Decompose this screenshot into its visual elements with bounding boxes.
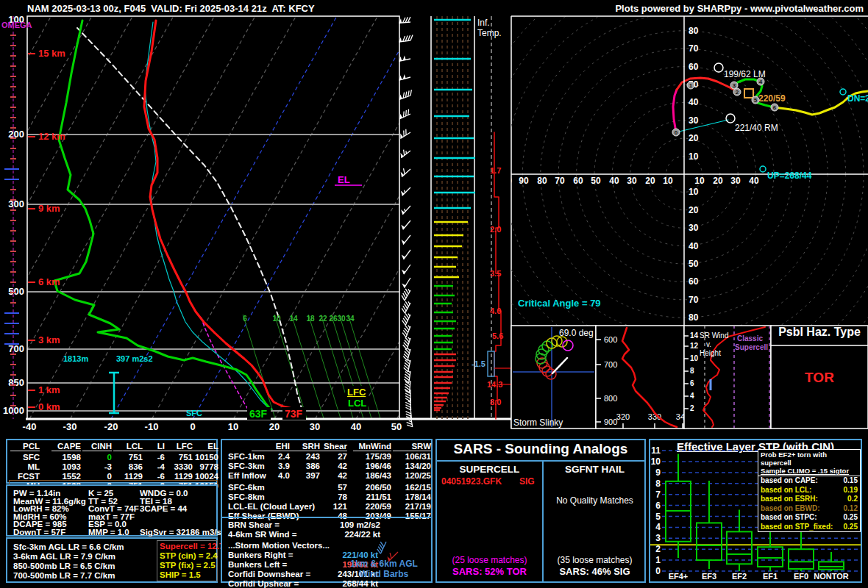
svg-text:Critical Angle = 79: Critical Angle = 79 bbox=[518, 298, 601, 309]
svg-text:Classic: Classic bbox=[737, 334, 763, 343]
svg-text:4.0: 4.0 bbox=[490, 306, 501, 315]
svg-text:5: 5 bbox=[754, 97, 758, 104]
svg-text:8.0: 8.0 bbox=[490, 398, 501, 406]
composite-index: STP (cin) = 2.4 bbox=[160, 551, 218, 560]
lapse-rate-panel: Sfc-3km AGL LR = 6.6 C/km3-6km AGL LR = … bbox=[6, 537, 218, 583]
kinematics-col-header: SRW bbox=[393, 442, 431, 451]
svg-text:4: 4 bbox=[655, 522, 661, 532]
storm-motion-label: Corfidi Downshear = bbox=[228, 570, 310, 578]
stp-legend-row: based on ESRH:0.2 bbox=[758, 495, 860, 504]
sars-supercell-loose: (25 loose matches) bbox=[437, 556, 542, 564]
svg-text:80: 80 bbox=[689, 312, 699, 323]
wind-barb-column bbox=[399, 17, 413, 427]
svg-text:11: 11 bbox=[651, 445, 661, 456]
svg-text:220/59: 220/59 bbox=[758, 93, 786, 104]
svg-text:Inf.: Inf. bbox=[477, 18, 490, 28]
svg-text:34: 34 bbox=[346, 315, 355, 323]
svg-text:0: 0 bbox=[655, 566, 661, 576]
kinematics-cell: 220/59 bbox=[353, 502, 391, 511]
svg-text:40: 40 bbox=[749, 176, 759, 186]
parcel-cell: 10150 bbox=[185, 453, 218, 462]
sars-hail-no-match: No Quality Matches bbox=[544, 496, 646, 505]
svg-text:73F: 73F bbox=[285, 408, 303, 420]
svg-text:9: 9 bbox=[655, 467, 661, 478]
sars-hail-header: SGFNT HAIL bbox=[544, 464, 646, 475]
svg-text:14: 14 bbox=[289, 315, 298, 323]
pressure-axis: 1002003005007008501000 bbox=[3, 14, 24, 416]
parcel-col-header: PCL bbox=[10, 442, 40, 451]
stp-panel: Effective Layer STP (with CIN) 012345678… bbox=[649, 439, 862, 583]
svg-text:0: 0 bbox=[190, 421, 195, 432]
svg-text:6: 6 bbox=[655, 501, 661, 511]
svg-text:EF1: EF1 bbox=[763, 572, 778, 581]
stp-legend-title: Prob EF2+ torn with supercell bbox=[761, 451, 858, 467]
svg-text:8: 8 bbox=[655, 478, 661, 489]
kinematics-cell: 42 bbox=[309, 462, 347, 470]
parcel-cell: -3 bbox=[78, 462, 112, 471]
parcel-col-header: EL bbox=[189, 442, 218, 451]
svg-text:10: 10 bbox=[272, 315, 281, 323]
svg-text:OMEGA: OMEGA bbox=[1, 21, 32, 29]
svg-text:6 km: 6 km bbox=[38, 276, 60, 287]
svg-text:10: 10 bbox=[663, 176, 673, 186]
svg-text:5: 5 bbox=[655, 512, 661, 522]
svg-text:100: 100 bbox=[497, 176, 512, 186]
stp-legend-subtitle: Sample CLIMO = .15 sigtor bbox=[761, 467, 858, 475]
svg-text:70: 70 bbox=[689, 295, 699, 305]
thermo-index: 3CAPE = 44 bbox=[140, 504, 187, 513]
svg-text:850: 850 bbox=[8, 377, 24, 388]
svg-text:22: 22 bbox=[319, 315, 327, 323]
svg-text:30: 30 bbox=[689, 115, 699, 126]
wind-speed-profile bbox=[431, 16, 475, 419]
svg-text:EF4+: EF4+ bbox=[669, 572, 689, 581]
svg-text:1 km: 1 km bbox=[38, 384, 60, 395]
svg-text:2.0: 2.0 bbox=[490, 225, 501, 234]
parcel-col-header: LFC bbox=[163, 442, 193, 451]
parcel-cell: 0 bbox=[78, 453, 112, 462]
svg-text:8: 8 bbox=[690, 367, 694, 375]
kinematics-cell: 178/14 bbox=[393, 492, 431, 501]
svg-text:20: 20 bbox=[689, 133, 699, 143]
parcel-cell: 1093 bbox=[47, 462, 81, 471]
sars-supercell-prob: SARS: 52% TOR bbox=[437, 567, 542, 576]
svg-text:4: 4 bbox=[759, 79, 763, 85]
kinematics-panel: EHISRHShearMnWindSRWSFC-1km2.424327175/3… bbox=[221, 439, 433, 583]
svg-text:EF0: EF0 bbox=[794, 572, 808, 581]
sr-wind-panel: SR Windv.HeightClassicSupercell141210864… bbox=[684, 326, 771, 429]
svg-text:Temp.: Temp. bbox=[477, 28, 502, 38]
svg-text:30: 30 bbox=[689, 223, 699, 233]
svg-text:60: 60 bbox=[689, 276, 699, 287]
shear-label: 4-6km SR Wind = bbox=[228, 530, 297, 539]
storm-motion-label: Corfidi Upshear = bbox=[228, 579, 299, 588]
svg-text:90: 90 bbox=[519, 176, 529, 186]
kinematics-cell: 211/51 bbox=[353, 492, 391, 501]
svg-text:20: 20 bbox=[689, 205, 699, 215]
svg-text:63F: 63F bbox=[249, 408, 268, 420]
svg-text:-10: -10 bbox=[145, 421, 159, 432]
svg-text:80: 80 bbox=[689, 26, 699, 36]
svg-text:v.: v. bbox=[706, 340, 711, 348]
composite-index: STP (fix) = 2.5 bbox=[160, 561, 216, 570]
svg-text:-20: -20 bbox=[104, 421, 118, 432]
svg-text:15 km: 15 km bbox=[38, 48, 65, 59]
thermo-index: MMP = 1.0 bbox=[88, 528, 129, 537]
svg-text:6: 6 bbox=[773, 104, 777, 111]
kinematics-cell: 175/39 bbox=[353, 452, 391, 461]
svg-text:10: 10 bbox=[651, 456, 661, 467]
composite-index: Supercell = 12.7 bbox=[160, 542, 224, 551]
svg-text:2: 2 bbox=[655, 544, 661, 554]
svg-text:40: 40 bbox=[351, 421, 361, 432]
sars-supercell-match-tag: SIG bbox=[519, 477, 535, 486]
svg-text:12: 12 bbox=[690, 342, 699, 350]
inferred-temp-column: Inf.Temp.1.72.03.54.05.6-1.514.38.0 bbox=[472, 16, 511, 429]
kinematics-cell: 206/50 bbox=[353, 483, 391, 492]
svg-text:2: 2 bbox=[736, 89, 739, 96]
sars-supercell-match[interactable]: 04051923.GFK bbox=[441, 477, 502, 486]
kinematics-cell: 196/46 bbox=[353, 462, 391, 470]
svg-text:0 km: 0 km bbox=[38, 401, 60, 412]
parcel-cell: ML bbox=[6, 462, 40, 471]
svg-text:20: 20 bbox=[713, 176, 723, 186]
thermo-index: SigSvr = 32186 m3/s3 bbox=[140, 528, 226, 537]
svg-text:700: 700 bbox=[8, 343, 24, 354]
svg-text:397 m2s2: 397 m2s2 bbox=[116, 354, 153, 363]
